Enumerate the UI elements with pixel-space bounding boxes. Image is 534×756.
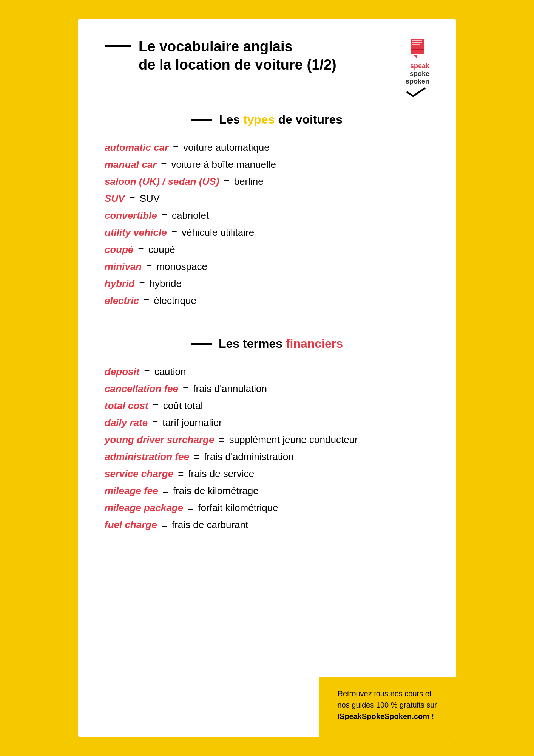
vocab-translation: coupé [148,244,175,256]
vocab-equals: = [219,434,224,446]
vocab-equals: = [194,451,199,463]
vocab-equals: = [144,295,149,307]
list-item: convertible=cabriolet [105,210,429,222]
vocab-term: saloon (UK) / sedan (US) [105,176,219,187]
vocab-equals: = [152,417,158,429]
vocab-term: administration fee [105,451,189,463]
svg-rect-1 [412,40,422,41]
list-item: minivan=monospace [105,261,429,273]
section-line-types [191,119,212,121]
vocab-equals: = [171,227,177,239]
logo-spoke: spoke [410,70,429,77]
vocab-translation: cabriolet [172,210,209,222]
vocab-translation: caution [154,366,186,378]
vocab-equals: = [138,244,144,256]
car-types-list: automatic car=voiture automatiquemanual … [105,142,429,307]
vocab-term: minivan [105,261,142,273]
vocab-equals: = [224,176,229,187]
list-item: cancellation fee=frais d'annulation [105,383,429,395]
vocab-term: cancellation fee [105,383,178,395]
list-item: service charge=frais de service [105,468,429,480]
vocab-term: mileage fee [105,485,158,497]
vocab-term: utility vehicle [105,227,167,239]
logo-spoken: spoken [406,77,429,85]
svg-rect-4 [412,46,421,46]
vocab-equals: = [173,142,179,153]
footer-text: Retrouvez tous nos cours et nos guides 1… [338,688,437,722]
title-line-decoration [105,45,131,47]
svg-marker-7 [414,55,417,59]
vocab-term: coupé [105,244,134,256]
vocab-translation: coût total [163,400,203,412]
title-area: Le vocabulaire anglais de la location de… [105,38,336,74]
vocab-translation: véhicule utilitaire [182,227,254,239]
finance-section-header: Les termes financiers [105,337,429,351]
page: Le vocabulaire anglais de la location de… [78,19,456,737]
title-line1: Le vocabulaire anglais [139,39,293,54]
vocab-equals: = [139,278,145,290]
logo-speak: speak [410,62,429,70]
vocab-term: electric [105,295,139,307]
vocab-equals: = [188,502,193,514]
vocab-term: automatic car [105,142,168,153]
logo-area: speak spoke spoken [406,38,429,98]
vocab-translation: berline [234,176,264,187]
list-item: manual car=voiture à boîte manuelle [105,159,429,170]
list-item: total cost=coût total [105,400,429,412]
list-item: hybrid=hybride [105,278,429,290]
vocab-equals: = [183,383,188,395]
vocab-term: total cost [105,400,148,412]
section-fin-before: Les termes [219,337,286,350]
section-title-finance: Les termes financiers [219,337,343,351]
vocab-term: daily rate [105,417,148,429]
vocab-equals: = [161,159,167,170]
brand-icon [408,38,427,60]
vocab-equals: = [178,468,184,480]
footer-banner: Retrouvez tous nos cours et nos guides 1… [319,677,456,737]
vocab-term: SUV [105,193,125,204]
svg-rect-6 [411,51,424,51]
vocab-translation: frais de carburant [172,519,248,531]
vocab-equals: = [163,485,168,497]
finance-terms-list: deposit=cautioncancellation fee=frais d'… [105,366,429,531]
list-item: automatic car=voiture automatique [105,142,429,153]
vocab-translation: frais de kilométrage [173,485,259,497]
footer-line1: Retrouvez tous nos cours et [338,689,432,698]
vocab-term: mileage package [105,502,183,514]
vocab-equals: = [144,366,150,378]
vocab-equals: = [146,261,152,273]
list-item: mileage fee=frais de kilométrage [105,485,429,497]
vocab-term: hybrid [105,278,134,290]
vocab-equals: = [162,519,167,531]
section-fin-highlight: financiers [286,337,343,350]
vocab-equals: = [153,400,159,412]
footer-link[interactable]: ISpeakSpokeSpoken.com ! [338,712,434,720]
vocab-translation: hybride [150,278,182,290]
section-types-after: de voitures [275,113,343,126]
footer-line2: nos guides 100 % gratuits sur [338,701,437,709]
vocab-translation: électrique [154,295,196,307]
vocab-term: convertible [105,210,157,222]
section-title-types: Les types de voitures [219,113,343,127]
vocab-term: service charge [105,468,173,480]
vocab-term: young driver surcharge [105,434,214,446]
header: Le vocabulaire anglais de la location de… [105,38,429,98]
list-item: administration fee=frais d'administratio… [105,451,429,463]
list-item: daily rate=tarif journalier [105,417,429,429]
section-types-before: Les [219,113,243,126]
list-item: SUV=SUV [105,193,429,204]
vocab-equals: = [162,210,167,222]
list-item: utility vehicle=véhicule utilitaire [105,227,429,239]
vocab-term: fuel charge [105,519,157,531]
vocab-translation: tarif journalier [162,417,222,429]
svg-rect-3 [412,44,420,45]
title-line2: de la location de voiture (1/2) [139,57,336,73]
vocab-translation: supplément jeune conducteur [229,434,358,446]
vocab-term: manual car [105,159,156,170]
vocab-translation: voiture à boîte manuelle [171,159,276,170]
vocab-translation: frais de service [188,468,254,480]
list-item: fuel charge=frais de carburant [105,519,429,531]
vocab-translation: forfait kilométrique [198,502,278,514]
main-title: Le vocabulaire anglais de la location de… [139,38,336,74]
vocab-translation: SUV [140,193,160,204]
